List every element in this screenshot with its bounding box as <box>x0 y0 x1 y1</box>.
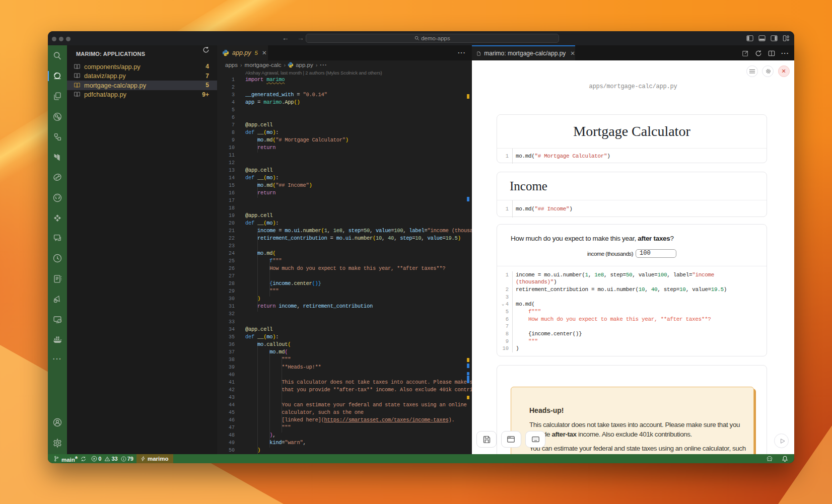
svg-text:JS: JS <box>58 319 62 322</box>
